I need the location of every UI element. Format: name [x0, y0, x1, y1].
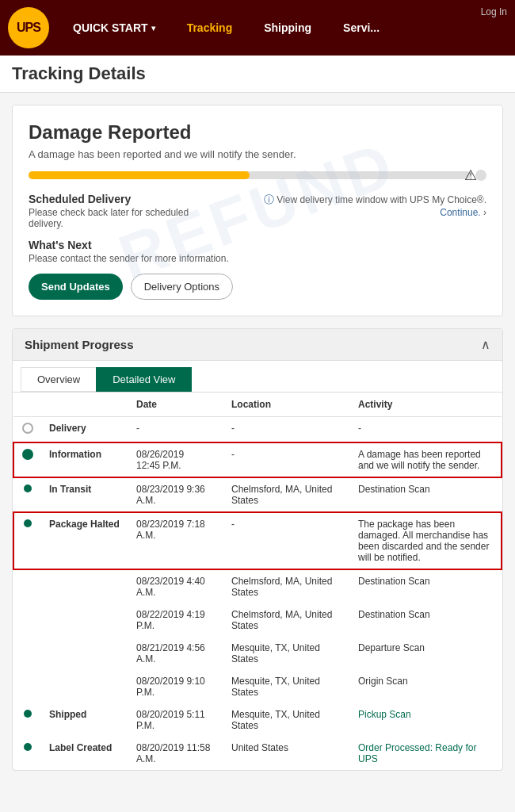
row-activity: Destination Scan — [350, 603, 502, 637]
action-buttons: Send Updates Delivery Options — [29, 274, 486, 300]
shipment-section: Shipment Progress ∧ Overview Detailed Vi… — [12, 328, 503, 771]
col-location: Location — [223, 393, 350, 417]
timeline-dot — [13, 569, 41, 603]
chevron-right-icon: › — [483, 207, 486, 218]
row-location: Mesquite, TX, United States — [223, 637, 350, 670]
row-activity: Pickup Scan — [350, 703, 502, 737]
row-date: 08/20/2019 9:10 P.M. — [128, 670, 223, 703]
timeline-dot — [13, 737, 41, 770]
main-content: Damage Reported A damage has been report… — [0, 93, 515, 783]
row-activity: A damage has been reported and we will n… — [350, 442, 502, 477]
timeline-dot — [13, 477, 41, 512]
nav-quick-start[interactable]: QUICK START ▾ — [57, 0, 171, 56]
row-label — [41, 637, 128, 670]
table-row: Label Created08/20/2019 11:58 A.M.United… — [13, 737, 502, 770]
tracking-table: Date Location Activity Delivery---Inform… — [13, 393, 502, 770]
info-icon: ⓘ — [264, 193, 274, 205]
row-label: Shipped — [41, 703, 128, 737]
delivery-right: ⓘ View delivery time window with UPS My … — [221, 193, 486, 218]
row-label: Delivery — [41, 417, 128, 443]
row-location: Mesquite, TX, United States — [223, 703, 350, 737]
scheduled-delivery-heading: Scheduled Delivery — [29, 193, 221, 205]
progress-bar-container: ⚠ — [29, 170, 486, 181]
row-date: 08/21/2019 4:56 A.M. — [128, 637, 223, 670]
header: UPS QUICK START ▾ Tracking Shipping Serv… — [0, 0, 515, 56]
progress-fill — [29, 171, 250, 179]
continue-link[interactable]: Continue. — [440, 207, 480, 218]
row-label — [41, 569, 128, 603]
header-login[interactable]: Log In — [481, 6, 507, 17]
col-timeline — [13, 393, 41, 417]
row-location: - — [223, 512, 350, 569]
warning-icon: ⚠ — [464, 167, 477, 184]
timeline-dot — [13, 670, 41, 703]
nav-shipping[interactable]: Shipping — [248, 0, 327, 56]
scheduled-delivery-text: Please check back later for scheduled de… — [29, 207, 221, 229]
col-activity: Activity — [350, 393, 502, 417]
damage-title: Damage Reported — [29, 121, 486, 144]
row-location: Mesquite, TX, United States — [223, 670, 350, 703]
table-row: 08/23/2019 4:40 A.M.Chelmsford, MA, Unit… — [13, 569, 502, 603]
row-location: United States — [223, 737, 350, 770]
page-title: Tracking Details — [12, 63, 503, 84]
row-activity: Order Processed: Ready for UPS — [350, 737, 502, 770]
damage-card: Damage Reported A damage has been report… — [12, 105, 503, 316]
send-updates-button[interactable]: Send Updates — [29, 274, 123, 300]
main-nav: QUICK START ▾ Tracking Shipping Servi... — [57, 0, 507, 56]
table-row: Information08/26/2019 12:45 P.M.-A damag… — [13, 442, 502, 477]
timeline-dot — [13, 417, 41, 443]
whats-next-text: Please contact the sender for more infor… — [29, 253, 486, 264]
timeline-dot — [13, 442, 41, 477]
row-activity: Origin Scan — [350, 670, 502, 703]
delivery-left: Scheduled Delivery Please check back lat… — [29, 193, 221, 229]
timeline-dot — [13, 703, 41, 737]
row-label: In Transit — [41, 477, 128, 512]
row-label: Package Halted — [41, 512, 128, 569]
page-title-area: Tracking Details — [0, 56, 515, 93]
whats-next-heading: What's Next — [29, 239, 486, 251]
row-date: 08/20/2019 5:11 P.M. — [128, 703, 223, 737]
collapse-icon[interactable]: ∧ — [481, 337, 490, 352]
delivery-info: Scheduled Delivery Please check back lat… — [29, 193, 486, 229]
table-row: 08/22/2019 4:19 P.M.Chelmsford, MA, Unit… — [13, 603, 502, 637]
row-location: Chelmsford, MA, United States — [223, 477, 350, 512]
table-row: Delivery--- — [13, 417, 502, 443]
timeline-dot — [13, 512, 41, 569]
row-label: Label Created — [41, 737, 128, 770]
row-location: Chelmsford, MA, United States — [223, 603, 350, 637]
table-row: In Transit08/23/2019 9:36 A.M.Chelmsford… — [13, 477, 502, 512]
row-activity: - — [350, 417, 502, 443]
row-date: 08/26/2019 12:45 P.M. — [128, 442, 223, 477]
tab-detailed-view[interactable]: Detailed View — [96, 367, 192, 392]
timeline-dot — [13, 603, 41, 637]
ups-logo-text: UPS — [17, 21, 40, 35]
tab-overview[interactable]: Overview — [21, 367, 96, 392]
row-activity: Destination Scan — [350, 477, 502, 512]
row-activity: The package has been damaged. All mercha… — [350, 512, 502, 569]
row-label — [41, 670, 128, 703]
damage-subtitle: A damage has been reported and we will n… — [29, 148, 486, 160]
delivery-options-button[interactable]: Delivery Options — [131, 274, 233, 300]
row-date: 08/20/2019 11:58 A.M. — [128, 737, 223, 770]
table-row: 08/21/2019 4:56 A.M.Mesquite, TX, United… — [13, 637, 502, 670]
col-label — [41, 393, 128, 417]
whats-next: What's Next Please contact the sender fo… — [29, 239, 486, 264]
table-header-row: Date Location Activity — [13, 393, 502, 417]
nav-tracking[interactable]: Tracking — [171, 0, 249, 56]
row-label: Information — [41, 442, 128, 477]
row-location: - — [223, 417, 350, 443]
row-date: 08/23/2019 7:18 A.M. — [128, 512, 223, 569]
row-label — [41, 603, 128, 637]
progress-bar: ⚠ — [29, 171, 471, 179]
table-row: 08/20/2019 9:10 P.M.Mesquite, TX, United… — [13, 670, 502, 703]
row-activity: Departure Scan — [350, 637, 502, 670]
row-date: 08/22/2019 4:19 P.M. — [128, 603, 223, 637]
shipment-progress-title: Shipment Progress — [25, 338, 134, 351]
row-date: 08/23/2019 9:36 A.M. — [128, 477, 223, 512]
chevron-down-icon: ▾ — [151, 24, 155, 33]
row-location: - — [223, 442, 350, 477]
delivery-right-text: View delivery time window with UPS My Ch… — [277, 194, 486, 205]
nav-services[interactable]: Servi... — [327, 0, 395, 56]
row-date: 08/23/2019 4:40 A.M. — [128, 569, 223, 603]
col-date: Date — [128, 393, 223, 417]
